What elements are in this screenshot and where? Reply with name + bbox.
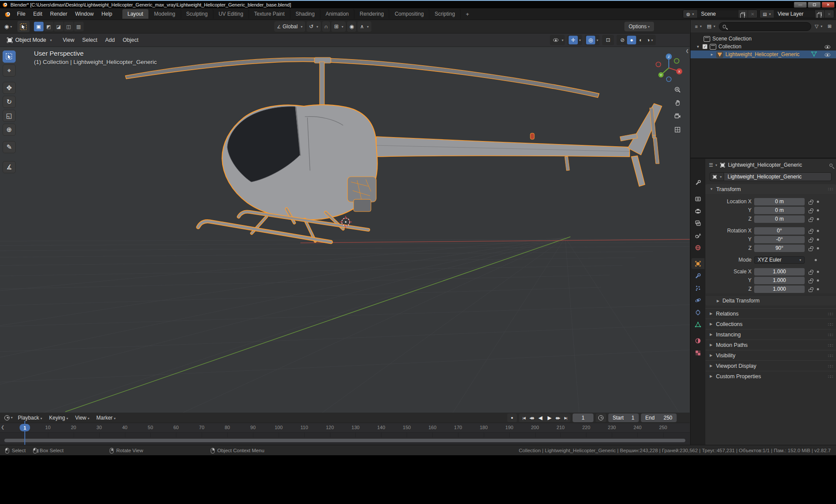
object-id-icon[interactable] [710,172,724,181]
lock-icon[interactable] [809,219,812,222]
view-layer-name-field[interactable]: View Layer [774,10,815,18]
value-field[interactable]: 90° [754,245,805,252]
proportional-falloff-dropdown[interactable]: ∧ [357,21,371,32]
view-layer-new-button[interactable] [815,10,824,18]
animate-dot[interactable] [815,259,817,261]
transform-panel-header[interactable]: ▼ Transform [705,184,836,194]
value-field[interactable]: 0 m [754,198,805,205]
timeline-ruler[interactable]: 1 10203040506070809010011012013014015016… [0,423,690,433]
helicopter-model[interactable] [125,57,662,242]
timeline-menu-marker[interactable]: Marker [93,414,119,422]
lock-icon[interactable] [809,280,812,283]
value-field[interactable]: 1.000 [754,286,805,293]
view-layer-browse-button[interactable]: ▤ [760,10,774,18]
properties-tab-output[interactable] [691,205,705,216]
menu-file[interactable]: File [13,10,29,18]
animate-dot[interactable] [817,230,819,232]
filter-button[interactable]: ▽ [813,22,824,31]
select-box-tool-button[interactable] [3,50,16,63]
section-collections[interactable]: ▶Collections [705,319,836,329]
animate-dot[interactable] [817,218,819,220]
animate-dot[interactable] [817,239,819,241]
play-reverse-button[interactable]: ◀ [536,414,545,422]
scene-unlink-button[interactable]: ✕ [748,10,757,18]
section-instancing[interactable]: ▶Instancing [705,329,836,339]
lock-icon[interactable] [809,239,812,242]
measure-tool-button[interactable]: ∡ [3,161,16,173]
shading-rendered-button[interactable]: ◑ [645,36,654,44]
hide-in-viewport-toggle[interactable] [825,45,830,49]
properties-editor-type-button[interactable]: ☰ [709,160,717,170]
pivot-point-dropdown[interactable]: ↺ [307,21,321,32]
collection-checkbox[interactable]: ✓ [702,44,708,49]
properties-tab-texture[interactable] [691,347,705,358]
viewport-menu-select[interactable]: Select [78,36,101,44]
select-mode-intersect-button[interactable]: ▥ [74,22,84,31]
timeline-editor-type-button[interactable] [3,413,14,423]
properties-tab-object-data[interactable] [691,319,705,330]
select-mode-set-button[interactable]: ▣ [34,22,44,31]
shading-wireframe-button[interactable]: ⊘ [618,36,627,44]
viewport-canvas[interactable] [0,47,690,413]
shading-solid-button[interactable]: ● [627,36,636,44]
menu-edit[interactable]: Edit [29,10,46,18]
active-tool-button[interactable] [17,21,30,32]
region-toggle-arrow[interactable]: ❮ [1,425,4,430]
transform-orientation-dropdown[interactable]: ∠Global [274,21,305,32]
properties-tab-particles[interactable] [691,282,705,293]
object-visibility-dropdown[interactable] [550,35,565,45]
properties-tab-physics[interactable] [691,295,705,306]
timeline-scrollbar[interactable] [4,439,685,442]
menu-help[interactable]: Help [98,10,116,18]
animate-dot[interactable] [817,288,819,290]
view-layer-remove-button[interactable]: ✕ [824,10,834,18]
value-field[interactable]: 0 m [754,207,805,214]
frame-start-field[interactable]: Start1 [608,413,639,422]
blender-menu-icon[interactable] [4,11,11,17]
navigation-gizmo[interactable]: Z X Y [652,50,685,84]
workspace-tab-scripting[interactable]: Scripting [429,9,461,19]
workspace-tab-layout[interactable]: Layout [122,9,149,19]
lock-icon[interactable] [809,231,812,234]
lock-icon[interactable] [809,248,812,251]
outliner-search[interactable] [719,22,811,31]
viewport-menu-add[interactable]: Add [101,36,119,44]
workspace-tab-compositing[interactable]: Compositing [389,9,429,19]
hide-in-viewport-toggle[interactable] [825,53,830,57]
delta-transform-header[interactable]: ▶ Delta Transform [705,296,836,306]
options-button[interactable]: Options [624,22,654,31]
mode-dropdown[interactable]: Object Mode [3,35,55,45]
properties-tab-world[interactable] [691,242,705,253]
perspective-toggle-button[interactable] [672,124,683,135]
workspace-tab-modeling[interactable]: Modeling [149,9,181,19]
search-input[interactable] [728,24,807,29]
snap-toggle[interactable]: ∩ [322,21,330,32]
new-collection-button[interactable]: ⊞ [826,22,833,31]
minimize-button[interactable]: — [794,2,807,8]
rotation-mode-dropdown[interactable]: XYZ Euler▾ [754,256,805,264]
3d-viewport[interactable]: ⌖✥↻◱⊕✎∡ User Perspective (1) Collection … [0,47,690,413]
play-button[interactable]: ▶ [545,414,554,422]
outliner-row-collection[interactable]: ▼ ✓ Collection [691,43,836,50]
next-keyframe-button[interactable]: ◆▶ [554,414,562,422]
section-custom-properties[interactable]: ▶Custom Properties [705,371,836,381]
viewport-menu-object[interactable]: Object [119,36,142,44]
previous-keyframe-button[interactable]: ◀◆ [528,414,536,422]
timeline-tracks[interactable] [0,433,690,445]
select-mode-subtract-button[interactable]: ◪ [54,22,64,31]
rotate-tool-button[interactable]: ↻ [3,96,16,108]
timeline-menu-playback[interactable]: Playback [14,414,46,422]
add-workspace-button[interactable]: + [461,9,475,19]
gizmos-toggle[interactable]: ✛ [567,35,582,45]
pin-icon[interactable] [829,164,833,167]
pan-hand-button[interactable] [672,97,683,108]
camera-view-button[interactable] [672,111,683,121]
annotate-tool-button[interactable]: ✎ [3,141,16,153]
snap-to-dropdown[interactable]: ⊞ [331,21,346,32]
close-button[interactable]: ✕ [822,2,835,8]
scale-tool-button[interactable]: ◱ [3,110,16,122]
maximize-button[interactable] [808,2,821,8]
properties-tab-object[interactable] [691,258,705,269]
workspace-tab-animation[interactable]: Animation [320,9,354,19]
frame-end-field[interactable]: End250 [641,413,677,422]
